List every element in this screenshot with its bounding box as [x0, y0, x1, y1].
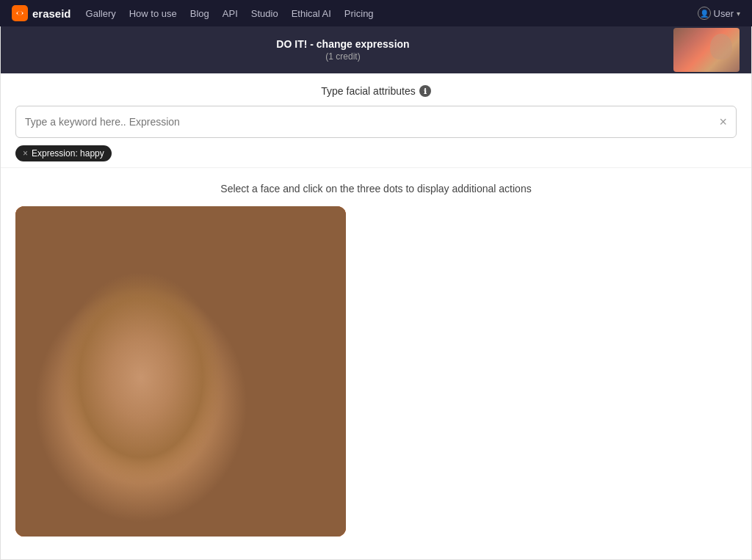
search-container: × — [15, 106, 737, 138]
tags-row: × Expression: happy — [15, 145, 737, 161]
thumbnail-face-hint — [710, 34, 732, 59]
instruction-text: Select a face and click on the three dot… — [1, 183, 751, 194]
action-bar-title: DO IT! - change expression — [276, 38, 409, 50]
user-chevron-icon: ▾ — [737, 10, 740, 18]
logo-text: eraseid — [32, 7, 71, 20]
action-bar-subtitle: (1 credit) — [325, 51, 360, 62]
facial-attrs-section: Type facial attributes ℹ × × Expression:… — [1, 73, 751, 168]
logo-icon — [12, 5, 28, 21]
nav-api[interactable]: API — [223, 8, 238, 19]
image-area — [1, 206, 751, 551]
facial-attrs-label: Type facial attributes ℹ — [15, 85, 737, 97]
info-icon[interactable]: ℹ — [419, 85, 431, 97]
expression-tag[interactable]: × Expression: happy — [15, 145, 112, 161]
face-image-wrapper[interactable] — [15, 206, 346, 537]
action-bar: DO IT! - change expression (1 credit) — [1, 26, 751, 73]
nav-gallery[interactable]: Gallery — [86, 8, 116, 19]
nav-how-to-use[interactable]: How to use — [129, 8, 177, 19]
user-menu[interactable]: 👤 User ▾ — [698, 7, 740, 20]
tag-remove-icon[interactable]: × — [23, 148, 28, 159]
navbar: eraseid Gallery How to use Blog API Stud… — [0, 0, 752, 26]
facial-attrs-label-text: Type facial attributes — [321, 85, 415, 97]
nav-ethical-ai[interactable]: Ethical AI — [292, 8, 331, 19]
clear-icon[interactable]: × — [719, 115, 727, 128]
action-bar-thumbnail — [673, 28, 740, 72]
expression-search-input[interactable] — [25, 116, 719, 128]
logo[interactable]: eraseid — [12, 5, 71, 21]
user-label: User — [714, 8, 734, 19]
user-icon: 👤 — [698, 7, 711, 20]
action-bar-center: DO IT! - change expression (1 credit) — [12, 38, 673, 62]
nav-blog[interactable]: Blog — [190, 8, 209, 19]
face-image — [15, 206, 346, 537]
nav-pricing[interactable]: Pricing — [344, 8, 374, 19]
svg-point-1 — [18, 11, 22, 15]
navbar-links: Gallery How to use Blog API Studio Ethic… — [86, 8, 683, 19]
nav-studio[interactable]: Studio — [251, 8, 278, 19]
scroll-area[interactable]: Type facial attributes ℹ × × Expression:… — [1, 73, 751, 559]
tag-label: Expression: happy — [32, 148, 104, 159]
main-content: DO IT! - change expression (1 credit) Ty… — [0, 26, 752, 560]
